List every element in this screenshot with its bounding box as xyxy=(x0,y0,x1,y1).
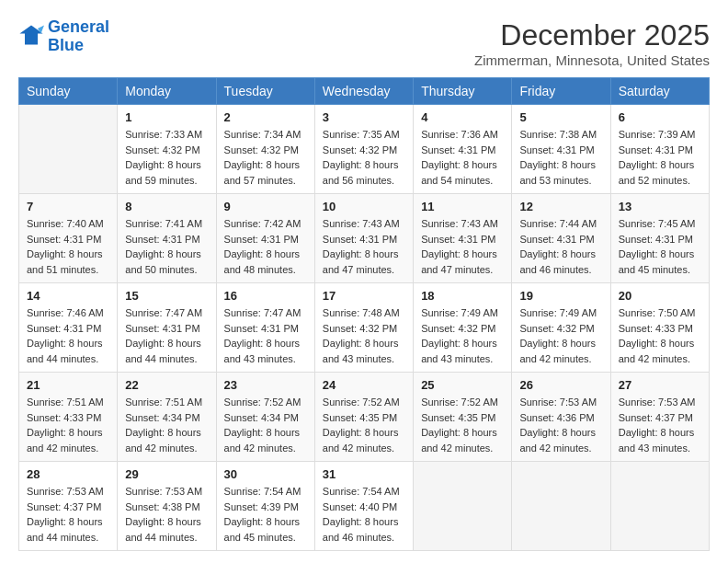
calendar-cell: 25Sunrise: 7:52 AMSunset: 4:35 PMDayligh… xyxy=(414,373,512,462)
calendar-cell: 16Sunrise: 7:47 AMSunset: 4:31 PMDayligh… xyxy=(216,283,314,373)
day-info: Sunrise: 7:53 AMSunset: 4:36 PMDaylight:… xyxy=(519,395,602,455)
title-block: December 2025 Zimmerman, Minnesota, Unit… xyxy=(474,18,710,68)
day-info: Sunrise: 7:52 AMSunset: 4:35 PMDaylight:… xyxy=(421,395,504,455)
day-number: 21 xyxy=(27,378,109,392)
day-info: Sunrise: 7:47 AMSunset: 4:31 PMDaylight:… xyxy=(125,305,208,366)
day-number: 20 xyxy=(619,289,701,303)
calendar-cell: 2Sunrise: 7:34 AMSunset: 4:32 PMDaylight… xyxy=(216,105,314,194)
day-info: Sunrise: 7:53 AMSunset: 4:38 PMDaylight:… xyxy=(125,484,208,545)
day-number: 4 xyxy=(421,110,504,124)
day-info: Sunrise: 7:52 AMSunset: 4:34 PMDaylight:… xyxy=(224,395,307,455)
day-number: 3 xyxy=(323,110,405,124)
calendar-cell: 4Sunrise: 7:36 AMSunset: 4:31 PMDaylight… xyxy=(414,105,512,194)
calendar-cell: 14Sunrise: 7:46 AMSunset: 4:31 PMDayligh… xyxy=(19,283,118,373)
day-number: 26 xyxy=(519,378,602,392)
weekday-header: Wednesday xyxy=(314,78,413,105)
weekday-header: Monday xyxy=(118,78,216,105)
calendar-cell: 26Sunrise: 7:53 AMSunset: 4:36 PMDayligh… xyxy=(512,373,610,462)
page-header: General Blue December 2025 Zimmerman, Mi… xyxy=(18,18,710,68)
calendar-cell xyxy=(19,105,118,194)
calendar-cell: 9Sunrise: 7:42 AMSunset: 4:31 PMDaylight… xyxy=(216,194,314,283)
day-number: 16 xyxy=(224,289,307,303)
day-info: Sunrise: 7:34 AMSunset: 4:32 PMDaylight:… xyxy=(224,127,307,188)
day-info: Sunrise: 7:53 AMSunset: 4:37 PMDaylight:… xyxy=(27,484,109,545)
calendar-cell: 5Sunrise: 7:38 AMSunset: 4:31 PMDaylight… xyxy=(512,105,610,194)
day-number: 24 xyxy=(323,378,405,392)
day-number: 8 xyxy=(125,200,208,213)
calendar-cell xyxy=(610,462,709,551)
day-number: 7 xyxy=(27,200,109,213)
location: Zimmerman, Minnesota, United States xyxy=(474,52,710,68)
calendar-cell: 28Sunrise: 7:53 AMSunset: 4:37 PMDayligh… xyxy=(19,462,118,551)
calendar-cell: 20Sunrise: 7:50 AMSunset: 4:33 PMDayligh… xyxy=(610,283,709,373)
day-number: 11 xyxy=(421,200,504,213)
day-number: 22 xyxy=(125,378,208,392)
day-info: Sunrise: 7:43 AMSunset: 4:31 PMDaylight:… xyxy=(421,216,504,277)
calendar-cell: 31Sunrise: 7:54 AMSunset: 4:40 PMDayligh… xyxy=(314,462,413,551)
day-info: Sunrise: 7:42 AMSunset: 4:31 PMDaylight:… xyxy=(224,216,307,277)
day-number: 15 xyxy=(125,289,208,303)
calendar-cell: 13Sunrise: 7:45 AMSunset: 4:31 PMDayligh… xyxy=(610,194,709,283)
day-number: 10 xyxy=(323,200,405,213)
calendar-cell: 15Sunrise: 7:47 AMSunset: 4:31 PMDayligh… xyxy=(118,283,216,373)
calendar-cell: 3Sunrise: 7:35 AMSunset: 4:32 PMDaylight… xyxy=(314,105,413,194)
day-info: Sunrise: 7:54 AMSunset: 4:39 PMDaylight:… xyxy=(224,484,307,545)
logo-icon xyxy=(18,22,44,48)
calendar-cell: 17Sunrise: 7:48 AMSunset: 4:32 PMDayligh… xyxy=(314,283,413,373)
calendar-cell xyxy=(512,462,610,551)
day-number: 28 xyxy=(27,467,109,481)
calendar-cell: 21Sunrise: 7:51 AMSunset: 4:33 PMDayligh… xyxy=(19,373,118,462)
day-number: 2 xyxy=(224,110,307,124)
calendar-cell: 1Sunrise: 7:33 AMSunset: 4:32 PMDaylight… xyxy=(118,105,216,194)
calendar-week-row: 7Sunrise: 7:40 AMSunset: 4:31 PMDaylight… xyxy=(19,194,710,283)
calendar-table: SundayMondayTuesdayWednesdayThursdayFrid… xyxy=(18,77,710,551)
day-number: 1 xyxy=(125,110,208,124)
day-number: 5 xyxy=(519,110,602,124)
calendar-cell: 6Sunrise: 7:39 AMSunset: 4:31 PMDaylight… xyxy=(610,105,709,194)
calendar-cell: 29Sunrise: 7:53 AMSunset: 4:38 PMDayligh… xyxy=(118,462,216,551)
day-number: 31 xyxy=(323,467,405,481)
day-info: Sunrise: 7:40 AMSunset: 4:31 PMDaylight:… xyxy=(27,216,109,277)
day-info: Sunrise: 7:44 AMSunset: 4:31 PMDaylight:… xyxy=(519,216,602,277)
logo: General Blue xyxy=(18,18,109,55)
calendar-cell xyxy=(414,462,512,551)
day-number: 29 xyxy=(125,467,208,481)
calendar-cell: 18Sunrise: 7:49 AMSunset: 4:32 PMDayligh… xyxy=(414,283,512,373)
calendar-cell: 11Sunrise: 7:43 AMSunset: 4:31 PMDayligh… xyxy=(414,194,512,283)
day-info: Sunrise: 7:43 AMSunset: 4:31 PMDaylight:… xyxy=(323,216,405,277)
calendar-week-row: 1Sunrise: 7:33 AMSunset: 4:32 PMDaylight… xyxy=(19,105,710,194)
calendar-cell: 10Sunrise: 7:43 AMSunset: 4:31 PMDayligh… xyxy=(314,194,413,283)
day-info: Sunrise: 7:47 AMSunset: 4:31 PMDaylight:… xyxy=(224,305,307,366)
calendar-cell: 30Sunrise: 7:54 AMSunset: 4:39 PMDayligh… xyxy=(216,462,314,551)
day-info: Sunrise: 7:36 AMSunset: 4:31 PMDaylight:… xyxy=(421,127,504,188)
calendar-cell: 22Sunrise: 7:51 AMSunset: 4:34 PMDayligh… xyxy=(118,373,216,462)
day-info: Sunrise: 7:33 AMSunset: 4:32 PMDaylight:… xyxy=(125,127,208,188)
day-number: 9 xyxy=(224,200,307,213)
day-info: Sunrise: 7:41 AMSunset: 4:31 PMDaylight:… xyxy=(125,216,208,277)
calendar-cell: 27Sunrise: 7:53 AMSunset: 4:37 PMDayligh… xyxy=(610,373,709,462)
calendar-cell: 8Sunrise: 7:41 AMSunset: 4:31 PMDaylight… xyxy=(118,194,216,283)
day-info: Sunrise: 7:38 AMSunset: 4:31 PMDaylight:… xyxy=(519,127,602,188)
calendar-week-row: 28Sunrise: 7:53 AMSunset: 4:37 PMDayligh… xyxy=(19,462,710,551)
calendar-cell: 24Sunrise: 7:52 AMSunset: 4:35 PMDayligh… xyxy=(314,373,413,462)
weekday-header: Thursday xyxy=(414,78,512,105)
day-info: Sunrise: 7:53 AMSunset: 4:37 PMDaylight:… xyxy=(619,395,701,455)
weekday-header: Friday xyxy=(512,78,610,105)
logo-line1: General xyxy=(48,17,109,36)
day-number: 17 xyxy=(323,289,405,303)
day-number: 14 xyxy=(27,289,109,303)
day-info: Sunrise: 7:35 AMSunset: 4:32 PMDaylight:… xyxy=(323,127,405,188)
day-info: Sunrise: 7:39 AMSunset: 4:31 PMDaylight:… xyxy=(619,127,701,188)
day-number: 27 xyxy=(619,378,701,392)
day-info: Sunrise: 7:49 AMSunset: 4:32 PMDaylight:… xyxy=(421,305,504,366)
weekday-header: Sunday xyxy=(19,78,118,105)
calendar-week-row: 14Sunrise: 7:46 AMSunset: 4:31 PMDayligh… xyxy=(19,283,710,373)
day-number: 23 xyxy=(224,378,307,392)
day-info: Sunrise: 7:51 AMSunset: 4:33 PMDaylight:… xyxy=(27,395,109,455)
calendar-header-row: SundayMondayTuesdayWednesdayThursdayFrid… xyxy=(19,78,710,105)
day-info: Sunrise: 7:51 AMSunset: 4:34 PMDaylight:… xyxy=(125,395,208,455)
day-info: Sunrise: 7:54 AMSunset: 4:40 PMDaylight:… xyxy=(323,484,405,545)
weekday-header: Saturday xyxy=(610,78,709,105)
calendar-week-row: 21Sunrise: 7:51 AMSunset: 4:33 PMDayligh… xyxy=(19,373,710,462)
logo-text: General Blue xyxy=(48,18,109,55)
